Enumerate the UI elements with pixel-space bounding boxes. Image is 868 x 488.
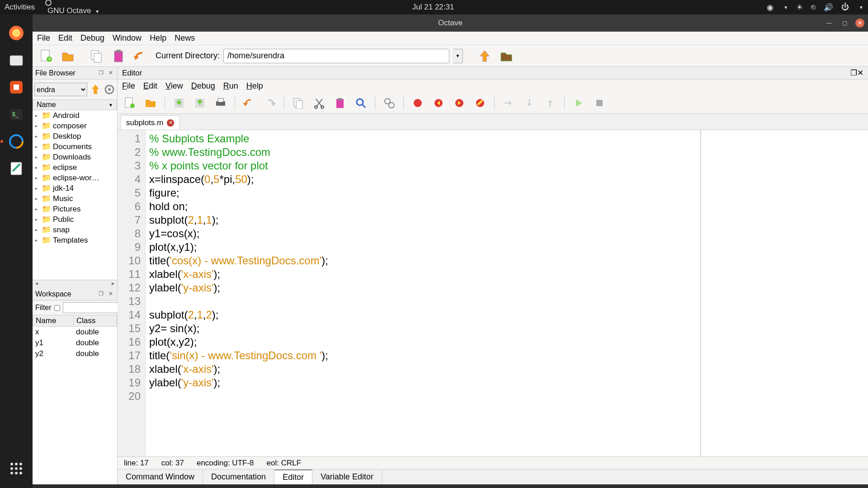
close-button[interactable]: ✕ (855, 19, 864, 28)
tab-modified-icon[interactable]: ✕ (167, 119, 174, 127)
code-editor[interactable]: 1234567891011121314151617181920 % Subplo… (118, 130, 701, 456)
preferences-button[interactable] (381, 94, 398, 112)
file-item[interactable]: ▸📁Public (33, 214, 117, 225)
file-item[interactable]: ▸📁jdk-14 (33, 183, 117, 193)
file-item[interactable]: ▸📁eclipse (33, 162, 117, 173)
save-button[interactable] (170, 94, 188, 112)
dock-firefox[interactable] (4, 21, 28, 45)
close-icon[interactable]: ✕ (857, 68, 863, 78)
breakpoint-next-button[interactable] (451, 94, 468, 112)
cut-button[interactable] (311, 94, 328, 112)
file-item[interactable]: ▸📁Downloads (33, 152, 117, 162)
new-file-button[interactable]: + (37, 47, 55, 65)
run-button[interactable] (570, 94, 587, 112)
code-content[interactable]: % Subplots Example % www.TestingDocs.com… (146, 130, 700, 456)
workspace-var[interactable]: y2double (33, 348, 117, 359)
menu-edit[interactable]: Edit (58, 33, 72, 43)
file-item[interactable]: ▸📁eclipse-wor… (33, 173, 117, 183)
bottom-tab-variable-editor[interactable]: Variable Editor (312, 469, 382, 484)
stop-button[interactable] (591, 94, 608, 112)
file-item[interactable]: ▸📁composer (33, 121, 117, 131)
editor-menu-view[interactable]: View (165, 81, 183, 91)
file-item[interactable]: ▸📁Desktop (33, 131, 117, 141)
bottom-tab-command-window[interactable]: Command Window (118, 469, 203, 484)
bottom-tab-editor[interactable]: Editor (274, 469, 312, 484)
breakpoint-clear-button[interactable] (472, 94, 489, 112)
menu-file[interactable]: File (37, 33, 50, 43)
file-item[interactable]: ▸📁Music (33, 193, 117, 204)
open-button[interactable] (142, 94, 159, 112)
dir-up-button[interactable] (476, 47, 494, 65)
file-item[interactable]: ▸📁Android (33, 110, 117, 121)
fb-column-header[interactable]: Name ▼ (33, 99, 117, 110)
workspace-var[interactable]: xdouble (33, 327, 117, 338)
dock-show-apps[interactable] (4, 456, 28, 481)
current-dir-input[interactable] (223, 49, 449, 63)
restore-icon[interactable]: ❐ (97, 70, 104, 77)
breakpoint-button[interactable] (409, 94, 426, 112)
menu-window[interactable]: Window (113, 33, 142, 43)
dock-gedit[interactable] (4, 156, 28, 181)
workspace-header[interactable]: Workspace ❐ ✕ (33, 288, 117, 300)
browse-dir-button[interactable] (497, 47, 515, 65)
close-icon[interactable]: ✕ (107, 291, 114, 298)
open-file-button[interactable] (59, 47, 77, 65)
paste-button[interactable] (109, 47, 127, 65)
activities-button[interactable]: Activities (5, 3, 35, 12)
current-dir-dropdown[interactable]: ▼ (453, 49, 463, 63)
new-button[interactable] (121, 94, 138, 112)
menu-news[interactable]: News (175, 33, 195, 43)
redo-button[interactable] (261, 94, 278, 112)
dock-software[interactable] (4, 75, 28, 99)
editor-panel-header[interactable]: Editor ❐ ✕ (118, 67, 868, 80)
saveas-button[interactable] (191, 94, 208, 112)
bottom-tab-documentation[interactable]: Documentation (203, 469, 274, 484)
volume-icon[interactable]: 🔊 (824, 3, 833, 12)
copy-button[interactable] (290, 94, 307, 112)
maximize-button[interactable]: ▢ (840, 19, 849, 28)
dock-octave[interactable] (4, 129, 28, 154)
fb-scrollbar[interactable]: ◂▸ (33, 280, 117, 288)
fb-settings-button[interactable] (104, 84, 115, 95)
fb-up-button[interactable] (89, 83, 102, 96)
clock[interactable]: Jul 21 22:31 (99, 3, 767, 12)
step-out-button[interactable] (542, 94, 559, 112)
undo-button[interactable] (131, 47, 149, 65)
file-item[interactable]: ▸📁snap (33, 225, 117, 235)
network-icon[interactable]: ⎋ (811, 3, 816, 12)
power-icon[interactable]: ⏻ (841, 3, 849, 12)
editor-menu-help[interactable]: Help (246, 81, 263, 91)
file-browser-header[interactable]: File Browser ❐ ✕ (33, 67, 117, 80)
breakpoint-prev-button[interactable] (430, 94, 447, 112)
print-button[interactable] (212, 94, 229, 112)
app-menu[interactable]: GNU Octave ▼ (45, 0, 99, 15)
restore-icon[interactable]: ❐ (97, 291, 104, 298)
restore-icon[interactable]: ❐ (850, 68, 857, 78)
titlebar[interactable]: Octave — ▢ ✕ (33, 14, 868, 32)
workspace-var[interactable]: y1double (33, 338, 117, 348)
file-item[interactable]: ▸📁Pictures (33, 204, 117, 214)
copy-button[interactable] (88, 47, 106, 65)
paste-button[interactable] (331, 94, 349, 112)
close-icon[interactable]: ✕ (107, 70, 114, 77)
editor-menu-debug[interactable]: Debug (191, 81, 215, 91)
minimize-button[interactable]: — (825, 19, 834, 28)
dock-terminal[interactable]: $_ (4, 102, 28, 127)
menu-help[interactable]: Help (150, 33, 166, 43)
filter-checkbox[interactable] (54, 305, 60, 311)
step-in-button[interactable] (521, 94, 538, 112)
dock-files[interactable] (4, 48, 28, 72)
file-item[interactable]: ▸📁Templates (33, 235, 117, 245)
editor-menu-file[interactable]: File (122, 81, 135, 91)
editor-menu-run[interactable]: Run (223, 81, 238, 91)
brightness-icon[interactable]: ☀ (796, 3, 803, 12)
undo-button[interactable] (241, 94, 258, 112)
editor-tab[interactable]: subplots.m ✕ (120, 115, 180, 130)
menu-debug[interactable]: Debug (80, 33, 104, 43)
workspace-columns[interactable]: Name Class (33, 315, 117, 327)
step-button[interactable] (500, 94, 517, 112)
editor-menu-edit[interactable]: Edit (143, 81, 157, 91)
file-item[interactable]: ▸📁Documents (33, 141, 117, 152)
accessibility-icon[interactable]: ◉ (767, 3, 774, 12)
find-button[interactable] (352, 94, 369, 112)
